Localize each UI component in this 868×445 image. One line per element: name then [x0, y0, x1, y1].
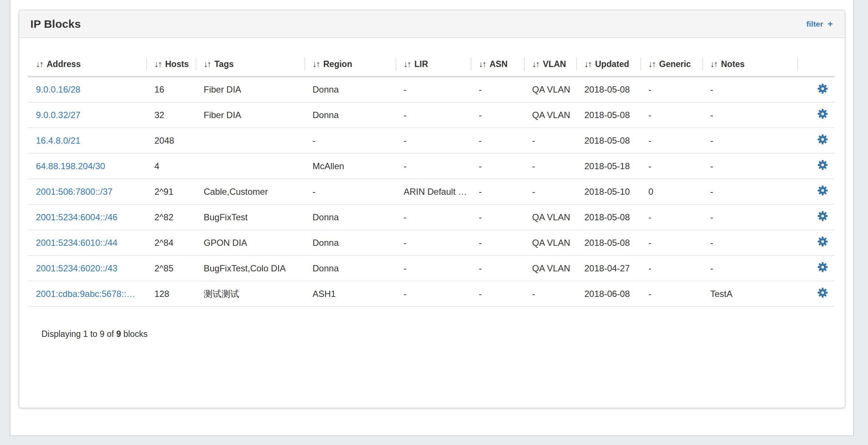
address-link[interactable]: 2001:5234:6004::/46: [36, 212, 117, 222]
cell-vlan: QA VLAN: [524, 230, 576, 255]
pagination-count: 9: [116, 329, 121, 339]
address-link[interactable]: 16.4.8.0/21: [36, 135, 80, 145]
cell-generic: -: [640, 128, 702, 153]
cell-updated: 2018-05-08: [576, 102, 640, 128]
cell-tags: Cable,Customer: [196, 179, 304, 204]
row-settings-button[interactable]: [818, 185, 828, 195]
pagination-suffix: blocks: [121, 329, 148, 339]
column-header-updated[interactable]: ↓↑Updated: [576, 52, 640, 77]
cell-lir: -: [395, 77, 471, 102]
address-link[interactable]: 64.88.198.204/30: [36, 161, 105, 171]
cell-asn: -: [471, 179, 524, 204]
cell-lir: ARIN Default …: [395, 179, 471, 204]
sort-icon: ↓↑: [532, 59, 539, 69]
table-row: 2001:5234:6020::/432^85BugFixTest,Colo D…: [28, 255, 834, 281]
address-link[interactable]: 2001:cdba:9abc:5678::…: [36, 289, 135, 299]
cell-lir: -: [395, 204, 471, 230]
plus-icon: +: [828, 19, 833, 29]
column-label: Updated: [595, 59, 629, 69]
cell-notes: -: [702, 230, 797, 255]
cell-generic: -: [640, 102, 702, 128]
cell-notes: -: [702, 204, 797, 230]
table-body: 9.0.0.16/2816Fiber DIADonna--QA VLAN2018…: [28, 77, 834, 307]
cell-hosts: 2^85: [146, 255, 196, 281]
address-link[interactable]: 2001:5234:6010::/44: [36, 238, 117, 248]
cell-region: -: [304, 179, 395, 204]
cell-region: -: [304, 128, 395, 153]
cell-address: 2001:5234:6010::/44: [28, 230, 146, 255]
cell-notes: TestA: [702, 281, 797, 307]
column-header-lir[interactable]: ↓↑LIR: [395, 52, 471, 77]
table-header-row: ↓↑Address↓↑Hosts↓↑Tags↓↑Region↓↑LIR↓↑ASN…: [28, 52, 834, 77]
cell-hosts: 2048: [146, 128, 196, 153]
cell-updated: 2018-05-18: [576, 153, 640, 179]
cell-actions: [797, 153, 834, 179]
cell-actions: [797, 128, 834, 153]
cell-address: 64.88.198.204/30: [28, 153, 146, 179]
pagination-status: Displaying 1 to 9 of 9 blocks: [41, 329, 836, 339]
cell-asn: -: [471, 281, 524, 307]
cell-vlan: QA VLAN: [524, 77, 576, 102]
cell-generic: -: [640, 230, 702, 255]
cell-address: 2001:cdba:9abc:5678::…: [28, 281, 146, 307]
cell-region: McAllen: [304, 153, 395, 179]
cell-region: ASH1: [304, 281, 395, 307]
gear-icon: [818, 185, 828, 195]
row-settings-button[interactable]: [818, 160, 828, 170]
cell-vlan: QA VLAN: [524, 255, 576, 281]
cell-vlan: -: [524, 153, 576, 179]
column-header-tags[interactable]: ↓↑Tags: [196, 52, 304, 77]
column-header-actions: [797, 52, 834, 77]
row-settings-button[interactable]: [818, 84, 828, 94]
row-settings-button[interactable]: [818, 211, 828, 221]
cell-region: Donna: [304, 102, 395, 128]
address-link[interactable]: 2001:506:7800::/37: [36, 187, 113, 197]
row-settings-button[interactable]: [818, 134, 828, 144]
cell-asn: -: [471, 153, 524, 179]
gear-icon: [818, 160, 828, 170]
column-label: ASN: [490, 59, 508, 69]
cell-tags: [196, 128, 304, 153]
gear-icon: [818, 237, 828, 247]
cell-asn: -: [471, 204, 524, 230]
cell-actions: [797, 230, 834, 255]
column-label: Tags: [214, 59, 234, 69]
row-settings-button[interactable]: [818, 288, 828, 298]
table-row: 2001:5234:6010::/442^84GPON DIADonna--QA…: [28, 230, 834, 255]
panel-body: ↓↑Address↓↑Hosts↓↑Tags↓↑Region↓↑LIR↓↑ASN…: [19, 38, 845, 339]
column-header-hosts[interactable]: ↓↑Hosts: [146, 52, 196, 77]
row-settings-button[interactable]: [818, 237, 828, 247]
filter-toggle-link[interactable]: filter +: [806, 19, 833, 29]
table-row: 64.88.198.204/304McAllen---2018-05-18--: [28, 153, 834, 179]
cell-notes: -: [702, 128, 797, 153]
address-link[interactable]: 2001:5234:6020::/43: [36, 263, 117, 273]
cell-actions: [797, 179, 834, 204]
gear-icon: [818, 211, 828, 221]
cell-updated: 2018-04-27: [576, 255, 640, 281]
column-header-region[interactable]: ↓↑Region: [304, 52, 395, 77]
column-header-generic[interactable]: ↓↑Generic: [640, 52, 702, 77]
cell-asn: -: [471, 230, 524, 255]
address-link[interactable]: 9.0.0.32/27: [36, 110, 80, 120]
cell-lir: -: [395, 230, 471, 255]
column-header-asn[interactable]: ↓↑ASN: [471, 52, 524, 77]
cell-address: 16.4.8.0/21: [28, 128, 146, 153]
column-header-address[interactable]: ↓↑Address: [28, 52, 146, 77]
cell-generic: -: [640, 204, 702, 230]
ip-blocks-table: ↓↑Address↓↑Hosts↓↑Tags↓↑Region↓↑LIR↓↑ASN…: [28, 52, 834, 307]
cell-actions: [797, 102, 834, 128]
cell-address: 2001:506:7800::/37: [28, 179, 146, 204]
cell-region: Donna: [304, 255, 395, 281]
cell-actions: [797, 255, 834, 281]
cell-notes: -: [702, 77, 797, 102]
column-header-vlan[interactable]: ↓↑VLAN: [524, 52, 576, 77]
cell-hosts: 32: [146, 102, 196, 128]
cell-hosts: 2^84: [146, 230, 196, 255]
column-header-notes[interactable]: ↓↑Notes: [702, 52, 797, 77]
pagination-prefix: Displaying 1 to 9 of: [41, 329, 116, 339]
row-settings-button[interactable]: [818, 262, 828, 272]
cell-vlan: -: [524, 128, 576, 153]
gear-icon: [818, 84, 828, 94]
address-link[interactable]: 9.0.0.16/28: [36, 84, 80, 94]
row-settings-button[interactable]: [818, 109, 828, 119]
